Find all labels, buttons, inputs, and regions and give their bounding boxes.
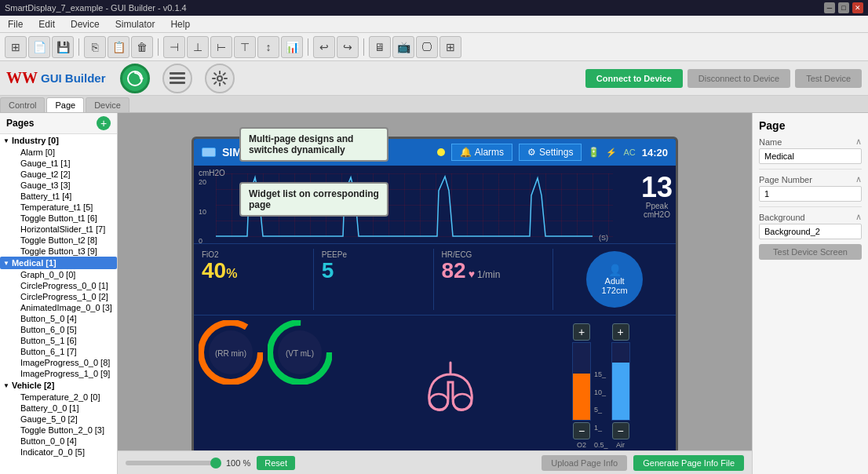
name-input[interactable]	[759, 148, 862, 164]
svg-point-5	[217, 76, 222, 81]
status-dot-icon	[437, 148, 445, 156]
metric-fio2: FiO2 40%	[197, 249, 314, 310]
rp-divider-1	[759, 169, 862, 170]
center-canvas: Multi-page designs and switches dynamica…	[118, 113, 752, 474]
adult-height: 172cm	[602, 286, 628, 295]
battery-icon: 🔋	[588, 147, 600, 158]
o2-plus-button[interactable]: +	[573, 323, 590, 341]
tree-item-temp-20[interactable]: Temperature_2_0 [0]	[0, 392, 117, 403]
tree-item-imgprog-0[interactable]: ImageProgress_0_0 [8]	[0, 357, 117, 368]
tree-item-toggle-t2[interactable]: Toggle Button_t2 [8]	[0, 235, 117, 246]
toolbar-save-btn[interactable]: 💾	[52, 36, 74, 58]
o2-minus-button[interactable]: −	[573, 422, 590, 439]
alarm-label: Alarms	[475, 147, 504, 158]
tree-item-imgprog-1[interactable]: ImageProgress_1_0 [9]	[0, 368, 117, 379]
menu-simulator[interactable]: Simulator	[111, 17, 160, 31]
page-number-caret-icon[interactable]: ∧	[855, 174, 862, 184]
toolbar-align-left-btn[interactable]: ⊣	[163, 36, 185, 58]
tree-item-gauge-t2[interactable]: Gauge_t2 [2]	[0, 169, 117, 180]
peepe-value: 5	[322, 259, 429, 283]
tree-item-indicator-0[interactable]: Indicator_0_0 [5]	[0, 447, 117, 458]
o2-column: + − O2	[572, 323, 591, 449]
left-panel: Pages + ▼ Industry [0] Alarm [0] Gauge_t…	[0, 113, 118, 474]
tick-10: 10_	[594, 388, 608, 396]
vt-gauge-svg: (VT mL)	[268, 320, 332, 385]
y-axis: 20 10 0	[199, 178, 206, 245]
toolbar-paste-btn[interactable]: 📋	[108, 36, 129, 58]
tree-item-circleprog-1[interactable]: CircleProgress_1_0 [2]	[0, 291, 117, 302]
tree-group-industry[interactable]: ▼ Industry [0]	[0, 134, 117, 147]
toolbar-align-center-btn[interactable]: ⊥	[187, 36, 209, 58]
zoom-slider[interactable]	[126, 461, 220, 465]
settings-button[interactable]: ⚙ Settings	[519, 144, 582, 161]
tree-item-toggle-t3[interactable]: Toggle Button_t3 [9]	[0, 246, 117, 257]
tree-item-hslider-t1[interactable]: HorizontalSlider_t1 [7]	[0, 224, 117, 235]
toolbar-screen-btn[interactable]: 🖵	[416, 36, 438, 58]
toolbar-align-bottom-btn[interactable]: ↕	[257, 36, 279, 58]
toolbar-align-top-btn[interactable]: ⊤	[234, 36, 256, 58]
tab-control[interactable]: Control	[0, 97, 45, 112]
bottom-section: (RR min) (VT mL)	[194, 315, 676, 454]
tree-item-btn-50[interactable]: Button_5_0 [4]	[0, 313, 117, 324]
tree-item-graph[interactable]: Graph_0_0 [0]	[0, 269, 117, 280]
title-text: SmartDisplay_7_example - GUI Builder - v…	[5, 3, 187, 13]
tree-item-animimg[interactable]: AnimatedImage_0_0 [3]	[0, 302, 117, 313]
minimize-button[interactable]: ─	[824, 2, 835, 13]
tree-item-gauge-t3[interactable]: Gauge_t3 [3]	[0, 180, 117, 191]
tree-item-alarm[interactable]: Alarm [0]	[0, 147, 117, 158]
add-page-button[interactable]: +	[97, 116, 111, 130]
list-icon-btn[interactable]	[162, 64, 192, 93]
menu-device[interactable]: Device	[66, 17, 104, 31]
tree-item-btn-00[interactable]: Button_0_0 [4]	[0, 436, 117, 447]
tree-item-temp-t1[interactable]: Temperature_t1 [5]	[0, 202, 117, 213]
tab-page[interactable]: Page	[46, 97, 84, 112]
toolbar-undo-btn[interactable]: ↩	[313, 36, 335, 58]
page-number-input[interactable]	[759, 186, 862, 202]
callout-top-text: Multi-page designs and switches dynamica…	[249, 133, 353, 155]
toolbar-new-btn[interactable]: ⊞	[5, 36, 27, 58]
name-caret-icon[interactable]: ∧	[855, 137, 862, 147]
alarm-button[interactable]: 🔔 Alarms	[451, 144, 512, 161]
tree-item-btn-51[interactable]: Button_5_1 [6]	[0, 335, 117, 346]
menu-edit[interactable]: Edit	[34, 17, 60, 31]
tree-item-gauge-50[interactable]: Gauge_5_0 [2]	[0, 414, 117, 425]
tree-item-battery-t1[interactable]: Battery_t1 [4]	[0, 191, 117, 202]
toolbar-redo-btn[interactable]: ↪	[337, 36, 359, 58]
tab-device[interactable]: Device	[86, 97, 129, 112]
background-input[interactable]	[759, 224, 862, 239]
tree-item-circleprog-0[interactable]: CircleProgress_0_0 [1]	[0, 280, 117, 291]
generate-button[interactable]: Generate Page Info File	[633, 455, 744, 471]
tree-item-battery-0[interactable]: Battery_0_0 [1]	[0, 403, 117, 414]
connect-to-device-button[interactable]: Connect to Device	[585, 69, 683, 88]
background-caret-icon[interactable]: ∧	[855, 212, 862, 222]
menu-help[interactable]: Help	[166, 17, 195, 31]
main-icon-btn[interactable]	[120, 64, 150, 93]
tree-group-medical[interactable]: ▼ Medical [1]	[0, 257, 117, 269]
toolbar-open-btn[interactable]: 📄	[28, 36, 50, 58]
toolbar-monitor2-btn[interactable]: 📺	[392, 36, 414, 58]
time-display: 14:20	[642, 147, 668, 159]
menu-bar: File Edit Device Simulator Help	[0, 16, 868, 33]
tick-05: 0.5_	[594, 441, 608, 449]
toolbar-copy-btn[interactable]: ⎘	[84, 36, 106, 58]
tree-item-toggle-t1[interactable]: Toggle Button_t1 [6]	[0, 213, 117, 224]
bar-tick-labels: 15_ 10_ 5_ 1_ 0.5_	[594, 370, 608, 449]
tree-item-toggle-20[interactable]: Toggle Button_2_0 [3]	[0, 425, 117, 436]
toolbar-monitor-btn[interactable]: 🖥	[369, 36, 391, 58]
tree-item-btn-61[interactable]: Button_6_1 [7]	[0, 346, 117, 357]
toolbar-multi-btn[interactable]: ⊞	[439, 36, 461, 58]
toolbar-delete-btn[interactable]: 🗑	[131, 36, 153, 58]
toolbar-chart-btn[interactable]: 📊	[281, 36, 303, 58]
reset-button[interactable]: Reset	[257, 456, 295, 470]
settings-icon-btn[interactable]	[205, 64, 235, 93]
zoom-thumb[interactable]	[210, 458, 221, 469]
air-minus-button[interactable]: −	[612, 422, 629, 439]
tree-group-vehicle[interactable]: ▼ Vehicle [2]	[0, 379, 117, 392]
close-button[interactable]: ✕	[852, 2, 863, 13]
menu-file[interactable]: File	[3, 17, 27, 31]
toolbar-align-right-btn[interactable]: ⊢	[210, 36, 232, 58]
maximize-button[interactable]: □	[838, 2, 849, 13]
air-plus-button[interactable]: +	[612, 323, 629, 341]
tree-item-btn-60[interactable]: Button_6_0 [5]	[0, 324, 117, 335]
tree-item-gauge-t1[interactable]: Gauge_t1 [1]	[0, 158, 117, 169]
